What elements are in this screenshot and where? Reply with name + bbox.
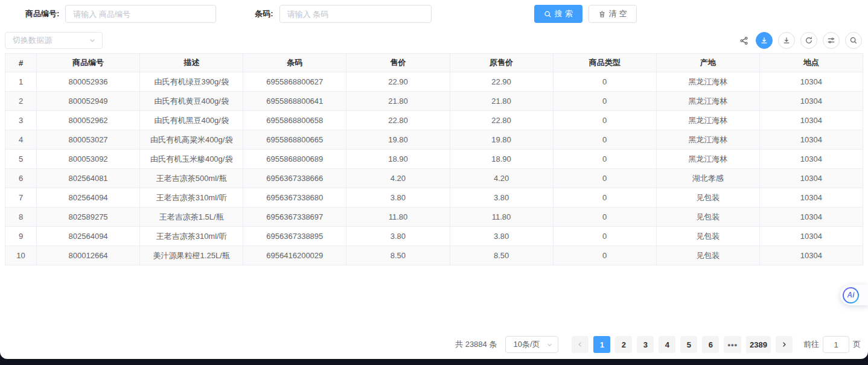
table-cell: 由氏有机玉米糁400g/袋 <box>140 150 243 169</box>
table-cell: 湖北孝感 <box>656 169 759 188</box>
table-cell: 9 <box>5 227 37 246</box>
table-cell: 22.80 <box>450 111 553 130</box>
download-button[interactable] <box>778 32 795 49</box>
content-card: 商品编号: 条码: 搜索 清空 切换数据源 <box>0 0 868 359</box>
table-cell: 6955868800641 <box>243 92 346 111</box>
table-cell: 8.50 <box>346 246 450 265</box>
table-cell: 0 <box>553 92 656 111</box>
page-button-1[interactable]: 1 <box>593 336 610 353</box>
table-cell: 21.80 <box>450 92 553 111</box>
table-row[interactable]: 1800052936由氏有机绿豆390g/袋695586880062722.90… <box>5 72 863 92</box>
table-cell: 0 <box>553 188 656 208</box>
table-cell: 由氏有机黑豆400g/袋 <box>140 111 243 130</box>
table-row[interactable]: 5800053092由氏有机玉米糁400g/袋695586880068918.9… <box>5 150 863 169</box>
refresh-button[interactable] <box>800 32 817 49</box>
chevron-down-icon <box>546 341 553 348</box>
toolbar-row: 切换数据源 <box>0 28 868 53</box>
table-cell: 1 <box>5 72 37 92</box>
table-cell: 见包装 <box>656 208 759 227</box>
table-cell: 6955868800689 <box>243 150 346 169</box>
table-cell: 0 <box>553 246 656 265</box>
last-page-button[interactable]: 2389 <box>746 336 771 353</box>
table-row[interactable]: 4800053027由氏有机高粱米400g/袋695586880066519.8… <box>5 130 863 150</box>
table-cell: 3.80 <box>450 188 553 208</box>
prev-page-button[interactable] <box>572 336 589 353</box>
table-cell: 10304 <box>759 111 863 130</box>
table-cell: 11.80 <box>450 208 553 227</box>
table-row[interactable]: 2800052949由氏有机黄豆400g/袋695586880064121.80… <box>5 92 863 111</box>
table-cell: 0 <box>553 130 656 150</box>
search-icon <box>544 10 552 18</box>
table-row[interactable]: 10800012664美汁源果粒橙1.25L/瓶69564162000298.5… <box>5 246 863 265</box>
search-button[interactable]: 搜索 <box>534 5 582 23</box>
column-header: 商品类型 <box>553 54 656 72</box>
page-button-2[interactable]: 2 <box>615 336 632 353</box>
table-cell: 由氏有机高粱米400g/袋 <box>140 130 243 150</box>
table-cell: 王老吉凉茶1.5L/瓶 <box>140 208 243 227</box>
table-cell: 6956367338680 <box>243 188 346 208</box>
table-tools <box>737 32 862 49</box>
table-cell: 10304 <box>759 188 863 208</box>
sliders-icon <box>827 36 835 45</box>
table-row[interactable]: 9802564094王老吉凉茶310ml/听69563673388953.803… <box>5 227 863 246</box>
clear-button-label: 清空 <box>609 8 630 19</box>
table-cell: 见包装 <box>656 227 759 246</box>
table-cell: 10304 <box>759 150 863 169</box>
table-row[interactable]: 6802564081王老吉凉茶500ml/瓶69563673386664.204… <box>5 169 863 188</box>
table-cell: 10304 <box>759 92 863 111</box>
table-row[interactable]: 7802564094王老吉凉茶310ml/听69563673386803.803… <box>5 188 863 208</box>
table-cell: 6955868800658 <box>243 111 346 130</box>
table-cell: 5 <box>5 150 37 169</box>
table-cell: 10304 <box>759 246 863 265</box>
ai-assistant-button[interactable]: Ai <box>840 285 868 305</box>
table-cell: 黑龙江海林 <box>656 92 759 111</box>
pagination-bar: 共 23884 条 10条/页 123456 ••• 2389 前往 页 <box>455 336 861 353</box>
table-row[interactable]: 3800052962由氏有机黑豆400g/袋695586880065822.80… <box>5 111 863 130</box>
next-page-button[interactable] <box>776 336 793 353</box>
page-size-select[interactable]: 10条/页 <box>505 336 558 353</box>
table-cell: 0 <box>553 208 656 227</box>
page-button-6[interactable]: 6 <box>702 336 719 353</box>
table-row[interactable]: 8802589275王老吉凉茶1.5L/瓶695636733869711.801… <box>5 208 863 227</box>
table-cell: 王老吉凉茶500ml/瓶 <box>140 169 243 188</box>
datasource-select[interactable]: 切换数据源 <box>5 32 103 49</box>
goto-label: 前往 <box>803 339 819 350</box>
page-button-3[interactable]: 3 <box>637 336 654 353</box>
download-primary-button[interactable] <box>756 32 773 49</box>
product-no-label: 商品编号: <box>25 8 59 19</box>
product-no-input[interactable] <box>65 5 216 23</box>
table-cell: 18.90 <box>346 150 450 169</box>
table-cell: 4.20 <box>450 169 553 188</box>
table-cell: 802564081 <box>37 169 140 188</box>
goto-page-input[interactable] <box>823 336 849 353</box>
table-body: 1800052936由氏有机绿豆390g/袋695586880062722.90… <box>5 72 863 265</box>
more-pages-button[interactable]: ••• <box>724 336 741 353</box>
table-cell: 19.80 <box>346 130 450 150</box>
page-button-4[interactable]: 4 <box>659 336 675 353</box>
table-cell: 见包装 <box>656 188 759 208</box>
table-header-row: #商品编号描述条码售价原售价商品类型产地地点 <box>5 54 863 72</box>
table-cell: 0 <box>553 72 656 92</box>
table-cell: 由氏有机绿豆390g/袋 <box>140 72 243 92</box>
table-cell: 10 <box>5 246 37 265</box>
ai-icon: Ai <box>843 287 859 303</box>
table-cell: 800012664 <box>37 246 140 265</box>
goto-suffix: 页 <box>853 339 861 350</box>
barcode-input[interactable] <box>279 5 432 23</box>
table-cell: 0 <box>553 111 656 130</box>
share-icon[interactable] <box>737 32 750 49</box>
clear-button[interactable]: 清空 <box>589 5 637 23</box>
table-cell: 王老吉凉茶310ml/听 <box>140 188 243 208</box>
table-cell: 800052949 <box>37 92 140 111</box>
table-cell: 王老吉凉茶310ml/听 <box>140 227 243 246</box>
table-cell: 800053092 <box>37 150 140 169</box>
column-settings-button[interactable] <box>823 32 840 49</box>
search-toggle-button[interactable] <box>845 32 862 49</box>
table-cell: 2 <box>5 92 37 111</box>
search-button-label: 搜索 <box>555 8 575 19</box>
datasource-placeholder: 切换数据源 <box>13 35 52 46</box>
column-header: 地点 <box>759 54 863 72</box>
table-cell: 18.90 <box>450 150 553 169</box>
page-button-5[interactable]: 5 <box>680 336 697 353</box>
table-cell: 0 <box>553 169 656 188</box>
